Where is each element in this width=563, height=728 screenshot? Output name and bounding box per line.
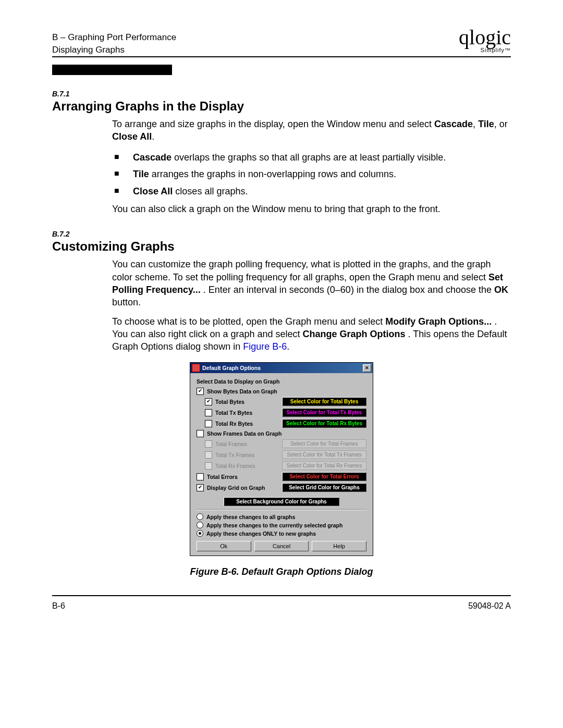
label-show-bytes: Show Bytes Data on Graph [207,388,277,394]
label-apply-all: Apply these changes to all graphs [206,514,295,520]
checkbox-total-rx-frames [205,462,212,470]
checkbox-display-grid[interactable]: ✔ [197,484,204,491]
dialog-title: Default Graph Options [202,365,261,371]
label-total-rx-frames: Total Rx Frames [215,463,255,469]
color-button-background[interactable]: Select Background Color for Graphs [224,497,339,506]
arranging-after: You can also click a graph on the Window… [112,203,511,215]
label-total-rx-bytes: Total Rx Bytes [215,421,253,427]
color-button-grid[interactable]: Select Grid Color for Graphs [282,483,366,492]
color-button-total-errors[interactable]: Select Color for Total Errors [282,472,366,481]
label-total-tx-bytes: Total Tx Bytes [215,410,252,416]
checkbox-total-errors[interactable] [197,473,204,480]
list-item-cascade: Cascade overlaps the graphs so that all … [127,149,511,166]
dialog-titlebar[interactable]: Default Graph Options ✕ [190,363,373,373]
customizing-p1: You can customize the graph polling freq… [112,258,511,309]
label-total-errors: Total Errors [207,474,238,480]
color-button-total-tx-bytes[interactable]: Select Color for Total Tx Bytes [282,408,366,417]
figure-caption: Figure B-6. Default Graph Options Dialog [52,566,511,577]
brand-logo: qlogic Simplify™ [459,31,511,53]
doc-number: 59048-02 A [468,601,511,611]
header-black-bar [52,65,172,75]
label-show-frames: Show Frames Data on Graph [207,430,282,437]
label-display-grid: Display Grid on Graph [207,485,265,491]
arranging-intro: To arrange and size graphs in the displa… [112,118,511,143]
color-button-total-frames: Select Color for Total Frames [282,439,366,448]
label-total-frames: Total Frames [215,441,247,447]
label-total-bytes: Total Bytes [215,399,244,405]
section-title-arranging: Arranging Graphs in the Display [52,99,511,114]
checkbox-total-tx-bytes[interactable] [205,409,212,416]
radio-apply-selected[interactable] [197,522,203,528]
label-total-tx-frames: Total Tx Frames [215,452,254,458]
default-graph-options-dialog: Default Graph Options ✕ Select Data to D… [190,362,373,556]
section-number-b72: B.7.2 [52,230,511,238]
dialog-app-icon [192,364,200,372]
brand-logo-text: qlogic [459,31,511,44]
color-button-total-rx-frames: Select Color for Total Rx Frames [282,461,366,470]
checkbox-total-rx-bytes[interactable] [205,420,212,427]
radio-apply-all[interactable] [197,513,203,520]
color-button-total-tx-frames: Select Color for Total Tx Frames [282,450,366,459]
color-button-total-bytes[interactable]: Select Color for Total Bytes [282,397,366,406]
checkbox-total-bytes[interactable]: ✔ [205,398,212,405]
section-title-customizing: Customizing Graphs [52,239,511,254]
color-button-total-rx-bytes[interactable]: Select Color for Total Rx Bytes [282,419,366,428]
list-item-tile: Tile arranges the graphs in non-overlapp… [127,166,511,182]
section-number-b71: B.7.1 [52,90,511,98]
checkbox-show-frames[interactable] [197,430,204,437]
customizing-p2: To choose what is to be plotted, open th… [112,315,511,353]
page-number: B-6 [52,601,65,611]
checkbox-total-tx-frames [205,451,212,459]
list-item-close-all: Close All closes all graphs. [127,183,511,200]
close-icon[interactable]: ✕ [363,364,371,372]
checkbox-show-bytes[interactable]: ✔ [197,388,204,395]
radio-apply-new[interactable] [197,530,203,537]
help-button[interactable]: Help [312,541,366,551]
cancel-button[interactable]: Cancel [254,541,309,551]
ok-button[interactable]: Ok [197,541,251,551]
select-data-heading: Select Data to Display on Graph [197,378,366,385]
header-line2: Displaying Graphs [52,44,176,56]
label-apply-selected: Apply these changes to the currently sel… [206,522,342,528]
checkbox-total-frames [205,440,212,448]
label-apply-new: Apply these changes ONLY to new graphs [206,530,316,537]
figure-link-b6[interactable]: Figure B-6 [243,341,287,352]
header-line1: B – Graphing Port Performance [52,31,176,44]
